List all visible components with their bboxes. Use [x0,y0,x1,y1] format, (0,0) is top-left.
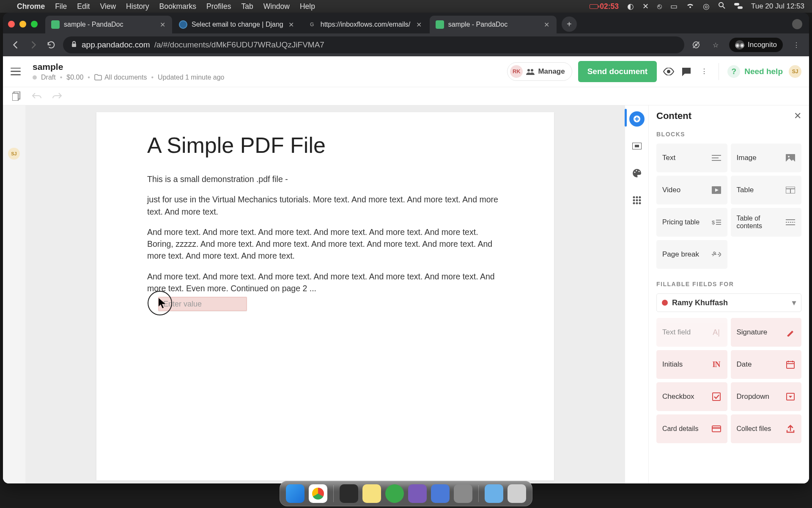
block-text[interactable]: Text [656,144,727,172]
incognito-badge[interactable]: ◉◉ Incognito [729,38,783,52]
comments-button[interactable] [680,66,692,77]
menubar-status-icon[interactable]: ▭ [670,2,678,11]
field-card-details[interactable]: Card details [656,414,727,443]
menubar-bookmarks[interactable]: Bookmarks [159,2,197,11]
close-panel-button[interactable]: ✕ [794,110,801,121]
menubar-edit[interactable]: Edit [77,2,90,11]
field-collect-files[interactable]: Collect files [731,414,802,443]
menubar-status-icon[interactable]: ◐ [627,2,634,11]
menubar-history[interactable]: History [126,2,149,11]
dock-chrome[interactable] [309,484,327,503]
blocked-cookies-icon[interactable] [690,39,702,51]
tab-0[interactable]: sample - PandaDoc ✕ [45,16,172,33]
block-image[interactable]: Image [731,144,802,172]
control-center-icon[interactable] [734,2,743,11]
toc-icon [786,219,796,226]
manage-recipients[interactable]: RK Manage [507,62,572,81]
chrome-menu[interactable]: ⋮ [790,39,802,51]
fullscreen-window[interactable] [31,21,38,28]
menubar-status-icon[interactable]: ◎ [703,2,710,11]
tab-2[interactable]: G https://inboxflows.com/emails/ ✕ [302,16,429,33]
address-bar[interactable]: app.pandadoc.com/a/#/documents/dMkF6UDU7… [63,36,684,53]
close-tab[interactable]: ✕ [543,21,551,28]
menubar-tab[interactable]: Tab [241,2,253,11]
wifi-icon[interactable] [686,2,694,11]
variables-panel-button[interactable] [629,138,645,154]
document-title[interactable]: sample [33,62,225,72]
content-panel-button[interactable] [629,111,645,127]
menubar-view[interactable]: View [100,2,116,11]
field-date[interactable]: Date [731,350,802,379]
checkbox-icon [711,392,721,401]
tab-1[interactable]: Select email to change | Djang ✕ [173,16,301,33]
svg-point-9 [667,70,670,73]
dock-system-preferences[interactable] [454,484,472,503]
field-dropdown[interactable]: Dropdown [731,382,802,411]
need-help-button[interactable]: ? Need help [727,65,783,78]
incognito-indicator-icon[interactable] [792,19,802,29]
recipient-selector[interactable]: Ramy Khuffash ▾ [656,293,801,312]
block-table[interactable]: Table [731,176,802,204]
menubar-app[interactable]: Chrome [17,2,45,11]
menu-toggle[interactable] [11,68,21,75]
dock-downloads[interactable] [485,484,503,503]
redo-button[interactable] [51,91,63,101]
pandadoc-app: sample Draft • $0.00 • All documents • U… [3,56,809,483]
dock-app[interactable] [431,484,450,503]
block-toc[interactable]: Table of contents [731,208,802,237]
help-icon: ? [727,65,740,78]
field-text[interactable]: Text fieldA| [656,318,727,347]
close-tab[interactable]: ✕ [159,21,166,28]
tab-3[interactable]: sample - PandaDoc ✕ [430,16,557,33]
spotlight-icon[interactable] [718,2,726,11]
reload-button[interactable] [45,39,57,51]
menubar-status-icon[interactable]: ✕ [642,2,649,11]
pages-panel-button[interactable] [11,91,22,101]
undo-button[interactable] [31,91,43,101]
more-menu[interactable]: ⋮ [698,66,710,77]
block-pricing-table[interactable]: Pricing table$ [656,208,727,237]
menubar-status-icon[interactable]: ⎋ [657,2,662,11]
new-tab-button[interactable]: + [562,17,577,32]
svg-rect-52 [712,426,721,432]
back-button[interactable] [10,39,22,51]
dock-finder[interactable] [286,484,304,503]
favicon-django-icon [179,20,187,29]
menubar-window[interactable]: Window [263,2,290,11]
block-video[interactable]: Video [656,176,727,204]
apps-panel-button[interactable] [629,193,645,208]
user-avatar[interactable]: SJ [789,65,801,78]
battery-indicator[interactable]: 02:53 [590,2,619,11]
menubar-date[interactable]: Tue 20 Jul 12:53 [751,2,804,11]
dock-app[interactable] [362,484,381,503]
date-icon [785,360,796,369]
menubar-help[interactable]: Help [300,2,315,11]
menubar-file[interactable]: File [55,2,67,11]
chrome-window: sample - PandaDoc ✕ Select email to chan… [3,13,809,483]
minimize-window[interactable] [19,21,26,28]
video-block-icon [711,186,721,194]
close-tab[interactable]: ✕ [415,21,423,28]
forward-button[interactable] [27,39,39,51]
presence-avatar[interactable]: SJ [8,148,20,160]
folder-link[interactable]: All documents [94,74,147,81]
fields-grid: Text fieldA| Signature InitialsIN Date C… [656,318,801,443]
dock-trash[interactable] [508,484,526,503]
dock-app[interactable] [408,484,427,503]
svg-point-8 [531,69,533,72]
menubar-profiles[interactable]: Profiles [206,2,231,11]
field-checkbox[interactable]: Checkbox [656,382,727,411]
close-window[interactable] [8,21,15,28]
bookmark-star-icon[interactable]: ☆ [710,39,721,51]
dock-app[interactable] [340,484,358,503]
url-path: /a/#/documents/dMkF6UDU7WRaUQzJiFVMA7 [154,40,324,50]
send-document-button[interactable]: Send document [578,61,657,82]
design-panel-button[interactable] [629,166,645,181]
field-initials[interactable]: InitialsIN [656,350,727,379]
block-page-break[interactable]: Page break [656,240,727,269]
field-signature[interactable]: Signature [731,318,802,347]
canvas[interactable]: A Simple PDF File This is a small demons… [26,105,625,483]
preview-button[interactable] [663,66,675,77]
dock-app[interactable] [385,484,404,503]
close-tab[interactable]: ✕ [288,21,295,28]
